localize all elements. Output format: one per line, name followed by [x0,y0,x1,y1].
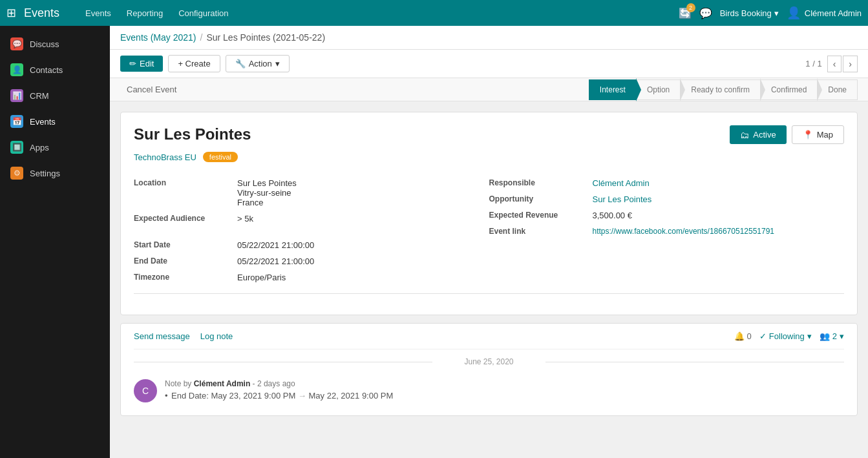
breadcrumb: Events (May 2021) / Sur Les Pointes (202… [110,26,868,50]
responsible-field: Responsible Clément Admin [489,175,845,191]
event-form-card: Sur Les Pointes 🗂 Active 📍 Map [120,112,858,315]
following-dropdown-icon: ▾ [807,331,812,341]
map-button[interactable]: 📍 Map [792,125,844,144]
sidebar-label-contacts: Contacts [30,65,63,75]
sidebar-item-crm[interactable]: 📊 CRM [0,83,110,109]
active-icon: 🗂 [740,130,749,140]
action-dropdown-icon: ▾ [275,59,280,68]
breadcrumb-parent[interactable]: Events (May 2021) [120,32,196,43]
note-body: End Date: May 23, 2021 9:00 PM → May 22,… [165,391,844,401]
activity-stat: 🔔 0 [734,331,752,341]
start-date-field: Start Date 05/22/2021 21:00:00 [134,237,489,253]
note-author: Clément Admin [194,379,251,388]
edit-button[interactable]: ✏ Edit [120,56,163,72]
next-button[interactable]: › [843,56,858,72]
location-value: Sur Les Pointes Vitry-sur-seine France [237,178,297,207]
status-stages: Interest Option Ready to confirm Confirm… [589,79,858,100]
chat-icon[interactable]: 💬 [699,7,712,19]
timezone-field: Timezone Europe/Paris [134,269,489,286]
expected-revenue-label: Expected Revenue [489,211,593,220]
cancel-event-button[interactable]: Cancel Event [120,81,183,98]
note-header: Note by Clément Admin - 2 days ago [165,379,844,388]
location-field: Location Sur Les Pointes Vitry-sur-seine… [134,175,489,211]
navbar-right: 🔄 2 💬 Birds Booking ▾ 👤 Clément Admin [679,6,862,20]
update-icon[interactable]: 🔄 2 [679,7,692,19]
location-line1[interactable]: Sur Les Pointes [237,178,297,188]
create-button[interactable]: + Create [168,55,220,72]
grid-icon[interactable]: ⊞ [6,6,16,20]
crm-icon: 📊 [10,89,23,102]
expected-audience-label: Expected Audience [134,214,237,223]
status-bar: Cancel Event Interest Option Ready to co… [110,78,868,101]
expected-revenue-value: 3,500.00 € [593,211,632,220]
update-badge: 2 [686,3,695,12]
location-line3: France [237,198,297,207]
sidebar-label-discuss: Discuss [30,39,59,49]
stage-option[interactable]: Option [636,79,681,100]
activity-icon: 🔔 [734,331,745,341]
event-header: Sur Les Pointes 🗂 Active 📍 Map [134,125,844,144]
send-message-button[interactable]: Send message [134,331,190,341]
chatter-right: 🔔 0 ✓ Following ▾ 👥 2 ▾ [734,331,844,341]
nav-links: Events Reporting Configuration [79,6,235,21]
edit-icon: ✏ [129,59,136,68]
sidebar: 💬 Discuss 👤 Contacts 📊 CRM 📅 Events 🔲 Ap… [0,26,110,458]
sidebar-label-crm: CRM [30,91,49,101]
event-meta: TechnoBrass EU festival [134,152,844,162]
chatter-toolbar: Send message Log note 🔔 0 ✓ Following ▾ [134,331,844,349]
organizer-link[interactable]: TechnoBrass EU [134,152,196,162]
sidebar-label-events: Events [30,117,56,127]
toolbar-right: 1 / 1 ‹ › [805,56,858,72]
expected-audience-field: Expected Audience > 5k [134,211,489,227]
user-menu[interactable]: 👤 Clément Admin [787,6,862,20]
prev-button[interactable]: ‹ [827,56,842,72]
timezone-label: Timezone [134,273,237,282]
event-link-value[interactable]: https://www.facebook.com/events/18667051… [593,227,775,236]
sidebar-item-discuss[interactable]: 💬 Discuss [0,31,110,57]
stage-interest[interactable]: Interest [589,79,637,100]
stage-done[interactable]: Done [817,79,858,100]
active-button[interactable]: 🗂 Active [730,125,786,144]
field-col-right: Responsible Clément Admin Opportunity Su… [489,175,845,286]
sidebar-item-apps[interactable]: 🔲 Apps [0,134,110,160]
arrow-icon: → [298,391,309,401]
nav-reporting[interactable]: Reporting [120,6,169,21]
main-layout: 💬 Discuss 👤 Contacts 📊 CRM 📅 Events 🔲 Ap… [0,26,868,458]
event-title: Sur Les Pointes [134,125,251,143]
location-label: Location [134,178,237,187]
nav-events[interactable]: Events [79,6,118,21]
sidebar-item-contacts[interactable]: 👤 Contacts [0,57,110,83]
action-button[interactable]: 🔧 Action ▾ [226,55,290,72]
nav-configuration[interactable]: Configuration [172,6,235,21]
wrench-icon: 🔧 [235,59,246,68]
chatter-card: Send message Log note 🔔 0 ✓ Following ▾ [120,323,858,416]
event-actions: 🗂 Active 📍 Map [730,125,844,144]
opportunity-value[interactable]: Sur Les Pointes [593,194,652,204]
avatar: C [134,379,157,402]
end-date-value: 05/22/2021 21:00:00 [237,256,314,266]
log-note-button[interactable]: Log note [200,331,233,341]
form-fields: Location Sur Les Pointes Vitry-sur-seine… [134,175,844,286]
followers-button[interactable]: 👥 2 ▾ [820,331,844,341]
date-section: Start Date 05/22/2021 21:00:00 End Date … [134,237,489,286]
change-from: May 23, 2021 9:00 PM [211,391,295,401]
change-to: May 22, 2021 9:00 PM [309,391,394,401]
stage-confirmed[interactable]: Confirmed [760,79,818,100]
event-link-label: Event link [489,227,593,236]
form-content: Sur Les Pointes 🗂 Active 📍 Map [110,101,868,458]
stage-ready[interactable]: Ready to confirm [680,79,761,100]
responsible-value[interactable]: Clément Admin [593,178,650,188]
sidebar-label-apps: Apps [30,143,49,152]
content-area: Events (May 2021) / Sur Les Pointes (202… [110,26,868,458]
followers-dropdown-icon: ▾ [840,331,844,341]
timezone-value: Europe/Paris [237,273,286,282]
sidebar-item-events[interactable]: 📅 Events [0,109,110,134]
pagination: 1 / 1 [805,59,821,68]
sidebar-label-settings: Settings [30,169,60,178]
events-icon: 📅 [10,115,23,128]
sidebar-item-settings[interactable]: ⚙ Settings [0,160,110,186]
birds-booking-menu[interactable]: Birds Booking ▾ [720,8,779,18]
note-content: Note by Clément Admin - 2 days ago End D… [165,379,844,402]
following-button[interactable]: ✓ Following ▾ [759,331,812,341]
form-divider [134,293,844,294]
